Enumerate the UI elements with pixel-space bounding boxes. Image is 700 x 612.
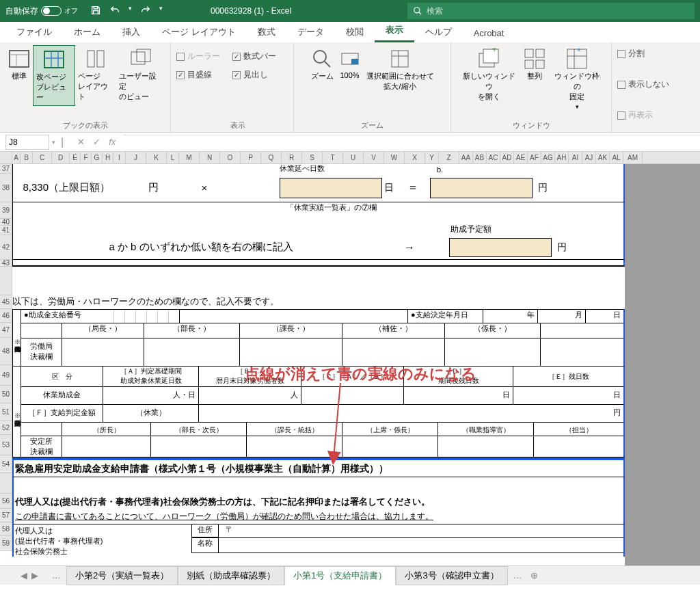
tab-data[interactable]: データ bbox=[286, 22, 335, 42]
search-box[interactable]: 検索 bbox=[407, 3, 695, 19]
group-show-label: 表示 bbox=[176, 120, 299, 131]
pagelayout-view-button[interactable]: ページ レイアウト bbox=[75, 45, 116, 106]
autosave-toggle[interactable]: 自動保存 オフ bbox=[5, 5, 78, 17]
toggle-switch[interactable] bbox=[41, 6, 62, 16]
person-label: 人 bbox=[199, 387, 301, 404]
annotation-arrow bbox=[327, 383, 354, 465]
b-amount-input[interactable] bbox=[430, 178, 533, 198]
leave-label: （休業） bbox=[103, 405, 199, 422]
days-unit: 日 bbox=[382, 182, 396, 194]
zoom100-button[interactable]: 100% bbox=[336, 45, 364, 94]
days-input[interactable] bbox=[280, 178, 382, 198]
tab-pagelayout[interactable]: ページ レイアウト bbox=[151, 22, 247, 42]
agent-label: 代理人又は (提出代行者・事務代理者) 社会保険労務士 bbox=[14, 524, 191, 557]
tab-next-icon[interactable]: ▶ bbox=[31, 570, 38, 581]
sheet-tab-2[interactable]: 別紙（助成率確認票） bbox=[178, 566, 284, 585]
tab-view[interactable]: 表示 bbox=[375, 20, 414, 42]
column-headers[interactable]: AB CD EF GH IJ KL MN OP QR ST UV WX YZ A… bbox=[0, 152, 700, 164]
leave-grant: 休業助成金 bbox=[21, 387, 103, 404]
fx-icon[interactable]: fx bbox=[109, 137, 116, 147]
equals-label: ＝ bbox=[396, 181, 430, 195]
tab-home[interactable]: ホーム bbox=[63, 22, 111, 42]
cancel-icon[interactable]: ✕ bbox=[77, 137, 85, 147]
ribbon: 標準 改ページ プレビュー ページ レイアウト ユーザー設定 のビュー ブックの… bbox=[0, 42, 700, 133]
select-all[interactable] bbox=[0, 152, 12, 163]
freeze-button[interactable]: *ウィンドウ枠の 固定▾ bbox=[548, 45, 606, 113]
year-label: 年 bbox=[483, 310, 537, 323]
new-window-button[interactable]: +新しいウィンドウ を開く bbox=[457, 45, 521, 113]
sheet-tab-1[interactable]: 小第2号（実績一覧表） bbox=[66, 566, 178, 585]
ruler-checkbox: ルーラー bbox=[176, 51, 220, 62]
zoom-selection-button[interactable]: 選択範囲に合わせて 拡大/縮小 bbox=[364, 45, 437, 94]
qat-customize[interactable]: ▾ bbox=[159, 5, 163, 18]
group-window-label: ウィンドウ bbox=[451, 120, 611, 131]
add-sheet-button[interactable]: ⊕ bbox=[530, 570, 538, 581]
tab-acrobat[interactable]: Acrobat bbox=[463, 24, 515, 42]
name-box[interactable]: J8 bbox=[5, 135, 49, 150]
postal-label: 〒 bbox=[219, 524, 239, 537]
svg-rect-16 bbox=[525, 60, 533, 68]
custom-view-button[interactable]: ユーザー設定 のビュー bbox=[116, 45, 165, 106]
svg-rect-1 bbox=[10, 51, 29, 67]
arrow: → bbox=[389, 241, 430, 254]
split-checkbox[interactable]: 分割 bbox=[617, 48, 645, 59]
namebox-dropdown[interactable]: ▾ bbox=[52, 139, 55, 146]
a-period: ［Ａ］判定基礎期間 助成対象休業延日数 bbox=[103, 367, 199, 386]
ribbon-tabs: ファイル ホーム 挿入 ページ レイアウト 数式 データ 校閲 表示 ヘルプ A… bbox=[0, 22, 700, 42]
instruction: a か b のいずれか低い額を右の欄に記入 bbox=[13, 241, 389, 254]
person-day: 人・日 bbox=[103, 387, 199, 404]
e-remain: ［Ｅ］残日数 bbox=[513, 367, 623, 386]
decision-date-label: ●支給決定年月日 bbox=[407, 310, 483, 323]
sheet-content[interactable]: 休業延べ日数b. 8,330（上限日額） 円 × 日 ＝ 円 「休業実績一覧表」… bbox=[12, 164, 700, 557]
director2: （所長） bbox=[62, 423, 151, 436]
hide-checkbox[interactable]: 表示しない bbox=[617, 79, 669, 90]
senior: （上席・係長） bbox=[342, 423, 438, 436]
normal-view-button[interactable]: 標準 bbox=[5, 45, 33, 106]
arrange-button[interactable]: 整列 bbox=[521, 45, 548, 113]
expected-amount-label: 助成予定額 bbox=[450, 224, 492, 235]
save-icon[interactable] bbox=[90, 5, 101, 18]
upper-limit: 8,330（上限日額） bbox=[13, 181, 116, 194]
svg-rect-15 bbox=[536, 49, 544, 57]
tab-insert[interactable]: 挿入 bbox=[111, 22, 151, 42]
svg-rect-3 bbox=[88, 51, 94, 67]
headings-checkbox[interactable]: ✓見出し bbox=[232, 69, 276, 81]
redo-icon[interactable] bbox=[140, 5, 151, 18]
grant-number-label: ●助成金支給番号 bbox=[21, 310, 103, 323]
autosave-label: 自動保存 bbox=[5, 5, 38, 17]
svg-text:*: * bbox=[577, 48, 581, 57]
undo-icon[interactable] bbox=[109, 5, 120, 18]
gridlines-checkbox[interactable]: ✓目盛線 bbox=[176, 69, 220, 81]
pagebreak-view-button[interactable]: 改ページ プレビュー bbox=[33, 45, 75, 106]
tab-help[interactable]: ヘルプ bbox=[414, 22, 463, 42]
side-label2: ※安定所処理欄 bbox=[13, 367, 21, 457]
svg-rect-4 bbox=[97, 51, 104, 67]
final-amount-input[interactable] bbox=[449, 238, 552, 257]
sheet-tab-4[interactable]: 小第3号（確認申立書） bbox=[396, 566, 507, 585]
side-label1: ※労働局処理欄 bbox=[13, 310, 21, 366]
yen-f: 円 bbox=[199, 405, 623, 422]
sheet-tabs: ◀ ▶ … 小第2号（実績一覧表） 別紙（助成率確認票） 小第1号（支給申請書）… bbox=[0, 566, 700, 585]
zoom-button[interactable]: ズーム bbox=[308, 45, 336, 94]
tab-prev-icon[interactable]: ◀ bbox=[21, 570, 27, 581]
tab-review[interactable]: 校閲 bbox=[335, 22, 375, 42]
tab-file[interactable]: ファイル bbox=[5, 22, 63, 42]
dept2: （部長・次長） bbox=[151, 423, 247, 436]
day-label2: 日 bbox=[404, 387, 513, 404]
tab-formulas[interactable]: 数式 bbox=[247, 22, 286, 42]
row-headers[interactable]: 3738 3940 4142 43 4546 4748 4950 5152 53… bbox=[0, 164, 12, 551]
formulabar-checkbox[interactable]: ✓数式バー bbox=[232, 51, 276, 62]
sheet-tab-3[interactable]: 小第1号（支給申請書） bbox=[284, 566, 396, 585]
formula-input[interactable] bbox=[124, 135, 700, 150]
undo-dropdown[interactable]: ▾ bbox=[129, 5, 132, 18]
f-amount: ［Ｆ］支給判定金額 bbox=[21, 405, 103, 422]
window-title: 000632928 (1) - Excel bbox=[211, 6, 401, 16]
annotation-text: 点線が消えて青の実線のみになる bbox=[245, 364, 476, 384]
doc-title: 緊急雇用安定助成金支給申請書（様式小第１号（小規模事業主（自動計算）用様式）） bbox=[12, 459, 625, 477]
yen-label3: 円 bbox=[552, 241, 572, 254]
svg-rect-2 bbox=[44, 51, 64, 68]
confirm-note: この申請書に書いてあることについて、ハローワーク（労働局）が確認のため問い合わせ… bbox=[12, 511, 625, 524]
formula-bar: J8 ▾ | ✕ ✓ fx bbox=[0, 133, 700, 152]
enter-icon[interactable]: ✓ bbox=[93, 137, 100, 147]
unhide-checkbox: 再表示 bbox=[617, 109, 653, 121]
